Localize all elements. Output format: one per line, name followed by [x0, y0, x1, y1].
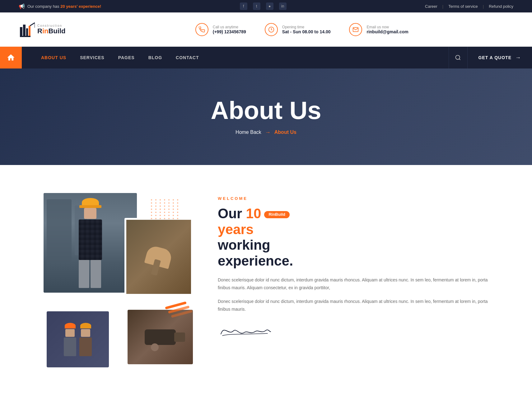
email-value: rinbuild@gmail.com [366, 29, 408, 34]
nav-services[interactable]: SERVICES [73, 47, 111, 68]
brand-badge: RinBuild [264, 211, 289, 218]
phone-icon [195, 23, 208, 36]
svg-rect-4 [20, 36, 30, 37]
signature-area [218, 322, 488, 341]
hours-label: Opening time [282, 25, 331, 29]
nav-right: GET A QUOTE → [449, 47, 532, 68]
hero-title: About Us [211, 98, 321, 123]
nav-about[interactable]: ABOUT US [34, 47, 73, 68]
hours-info: Opening time Sat - Sun 08.00 to 14.00 [265, 23, 331, 36]
site-header: Construction RinBuild Call us anytime (+… [0, 12, 532, 47]
megaphone-icon: 📢 [19, 3, 25, 9]
search-button[interactable] [449, 47, 467, 68]
company-message: 📢 Our company has 20 years' experience! [19, 3, 101, 9]
email-label: Email us now [366, 25, 408, 29]
nav-contact[interactable]: CONTACT [169, 47, 206, 68]
phone-info: Call us anytime (+99) 123456789 [195, 23, 246, 36]
social-links[interactable]: f t ● in [240, 2, 287, 10]
signature-text [218, 322, 488, 341]
breadcrumb-home[interactable]: Home Back [236, 130, 261, 135]
call-label: Call us anytime [213, 25, 246, 29]
clock-icon [265, 23, 278, 36]
arrow-right-icon: → [515, 54, 521, 61]
career-link[interactable]: Career [425, 4, 437, 9]
hero-content: About Us Home Back → About Us [211, 98, 321, 136]
about-heading: Our 10RinBuild years workingexperience. [218, 206, 488, 269]
refund-link[interactable]: Refund policy [489, 4, 513, 9]
site-logo[interactable]: Construction RinBuild [19, 21, 65, 38]
main-nav: ABOUT US SERVICES PAGES BLOG CONTACT GET… [0, 47, 532, 68]
breadcrumb-current: About Us [274, 130, 296, 135]
main-worker-image [44, 193, 137, 293]
about-paragraph-1: Donec scelerisque dolor id nunc dictum, … [218, 276, 488, 291]
third-image [47, 311, 109, 367]
about-paragraph-2: Donec scelerisque dolor id nunc dictum, … [218, 298, 488, 313]
svg-rect-1 [23, 25, 26, 36]
instagram-icon[interactable]: ● [266, 2, 273, 10]
top-links: Career | Terms of service | Refund polic… [425, 4, 513, 9]
home-button[interactable] [0, 47, 22, 68]
svg-rect-0 [20, 27, 22, 36]
about-text-section: WELCOME Our 10RinBuild years workingexpe… [218, 193, 488, 342]
signature-svg [218, 322, 274, 339]
hours-value: Sat - Sun 08.00 to 14.00 [282, 29, 331, 34]
twitter-icon[interactable]: t [253, 2, 260, 10]
svg-line-5 [30, 23, 35, 26]
nav-pages[interactable]: PAGES [111, 47, 142, 68]
main-content: WELCOME Our 10RinBuild years workingexpe… [0, 165, 532, 386]
header-contact-info: Call us anytime (+99) 123456789 Opening … [90, 23, 513, 36]
secondary-image [124, 218, 193, 296]
breadcrumb: Home Back → About Us [211, 129, 321, 136]
nav-links: ABOUT US SERVICES PAGES BLOG CONTACT [22, 47, 449, 68]
email-icon [349, 23, 362, 36]
svg-rect-2 [26, 28, 28, 36]
breadcrumb-arrow-icon: → [265, 129, 271, 136]
svg-rect-3 [29, 26, 30, 36]
nav-blog[interactable]: BLOG [142, 47, 169, 68]
terms-link[interactable]: Terms of service [448, 4, 478, 9]
svg-line-9 [459, 59, 460, 60]
email-info: Email us now rinbuild@gmail.com [349, 23, 408, 36]
linkedin-icon[interactable]: in [279, 2, 287, 10]
hero-section: About Us Home Back → About Us [0, 68, 532, 165]
logo-icon [19, 21, 35, 38]
image-collage [44, 193, 193, 367]
welcome-label: WELCOME [218, 196, 488, 201]
svg-point-8 [456, 55, 460, 59]
phone-number: (+99) 123456789 [213, 29, 246, 34]
dot-grid-decoration [151, 199, 173, 221]
get-quote-button[interactable]: GET A QUOTE → [467, 47, 532, 68]
arrow-decoration [165, 304, 187, 319]
company-message-text: Our company has 20 years' experience! [27, 4, 101, 9]
top-bar: 📢 Our company has 20 years' experience! … [0, 0, 532, 12]
facebook-icon[interactable]: f [240, 2, 247, 10]
